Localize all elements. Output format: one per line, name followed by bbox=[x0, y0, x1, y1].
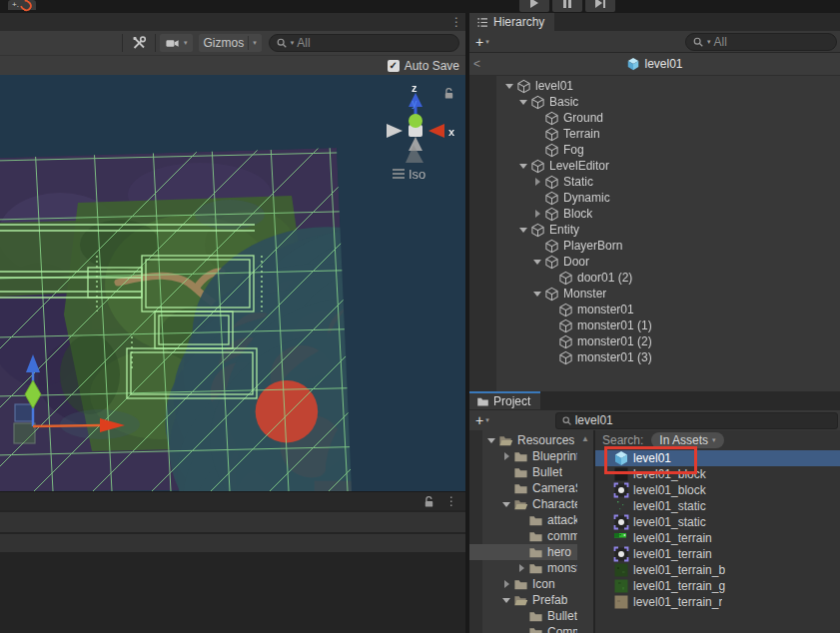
scroll-up-arrow[interactable]: ▲ bbox=[577, 434, 593, 443]
foldout-arrow[interactable] bbox=[547, 270, 558, 286]
bottom-panel-row[interactable] bbox=[0, 512, 465, 532]
tools-icon[interactable] bbox=[131, 35, 147, 51]
hierarchy-item-monster01-2-[interactable]: monster01 (2) bbox=[469, 333, 840, 349]
bottom-panel-row[interactable] bbox=[0, 534, 465, 552]
folder-comm[interactable]: Comm bbox=[469, 624, 577, 633]
folder-hero[interactable]: hero bbox=[469, 544, 577, 560]
foldout-arrow[interactable] bbox=[502, 448, 513, 464]
foldout-arrow[interactable] bbox=[517, 544, 528, 560]
hierarchy-item-door[interactable]: Door bbox=[469, 254, 840, 270]
lock-icon[interactable] bbox=[422, 495, 435, 508]
foldout-arrow[interactable] bbox=[533, 174, 544, 190]
hierarchy-item-dynamic[interactable]: Dynamic bbox=[469, 190, 840, 206]
foldout-arrow[interactable] bbox=[533, 142, 544, 158]
folder-comm[interactable]: comm bbox=[469, 528, 577, 544]
hierarchy-item-monster01-1-[interactable]: monster01 (1) bbox=[469, 317, 840, 333]
hierarchy-item-entity[interactable]: Entity bbox=[469, 222, 840, 238]
foldout-arrow[interactable] bbox=[533, 110, 544, 126]
search-result-level01-terrain-r[interactable]: level01_terrain_r bbox=[595, 594, 840, 610]
project-search-input[interactable]: level01 bbox=[555, 412, 838, 429]
move-gizmo-plane-xy[interactable] bbox=[15, 404, 33, 421]
hierarchy-item-monster01[interactable]: monster01 bbox=[469, 302, 840, 317]
hierarchy-item-leveleditor[interactable]: LevelEditor bbox=[469, 158, 840, 174]
camera-settings-button[interactable]: ▾ bbox=[160, 34, 193, 52]
foldout-arrow[interactable] bbox=[547, 349, 558, 365]
folder-characte[interactable]: Characte bbox=[469, 496, 577, 512]
foldout-arrow[interactable] bbox=[533, 206, 544, 222]
foldout-arrow[interactable] bbox=[519, 94, 530, 110]
hierarchy-item-terrain[interactable]: Terrain bbox=[469, 126, 840, 142]
hierarchy-item-ground[interactable]: Ground bbox=[469, 110, 840, 126]
step-button[interactable] bbox=[585, 0, 615, 12]
foldout-arrow[interactable] bbox=[519, 222, 530, 238]
folder-resources[interactable]: Resources bbox=[469, 432, 577, 448]
foldout-arrow[interactable] bbox=[517, 560, 528, 576]
move-gizmo-x-axis[interactable] bbox=[33, 425, 102, 426]
foldout-arrow[interactable] bbox=[517, 512, 528, 528]
foldout-arrow[interactable] bbox=[487, 432, 498, 448]
search-result-level01-terrain[interactable]: level01_terrain bbox=[595, 530, 840, 546]
hierarchy-create-button[interactable]: + ▾ bbox=[469, 34, 495, 50]
search-result-level01[interactable]: level01 bbox=[595, 450, 840, 466]
hierarchy-item-static[interactable]: Static bbox=[469, 174, 840, 190]
foldout-arrow[interactable] bbox=[517, 528, 528, 544]
hierarchy-item-level01[interactable]: level01 bbox=[469, 78, 840, 94]
scene-tab-menu-icon[interactable]: ⋮ bbox=[450, 15, 462, 29]
gizmos-button[interactable]: Gizmos ▾ bbox=[199, 34, 262, 52]
autosave-checkbox[interactable]: ✓ bbox=[388, 60, 400, 72]
search-result-level01-static[interactable]: level01_static bbox=[595, 514, 840, 530]
foldout-arrow[interactable] bbox=[533, 126, 544, 142]
folder-blueprint[interactable]: Blueprint bbox=[469, 448, 577, 464]
play-button[interactable] bbox=[519, 0, 549, 12]
tab-project[interactable]: Project bbox=[469, 391, 540, 409]
folder-monst[interactable]: monst bbox=[469, 560, 577, 576]
scene-search-input[interactable]: ▾ All bbox=[269, 34, 459, 52]
foldout-arrow[interactable] bbox=[502, 480, 513, 496]
tab-hierarchy[interactable]: Hierarchy bbox=[469, 13, 554, 31]
scene-viewport[interactable]: z y x Iso bbox=[0, 75, 465, 491]
foldout-arrow[interactable] bbox=[502, 464, 513, 480]
foldout-arrow[interactable] bbox=[505, 78, 516, 94]
hierarchy-item-door01-2-[interactable]: door01 (2) bbox=[469, 270, 840, 286]
hierarchy-item-monster[interactable]: Monster bbox=[469, 286, 840, 302]
pause-button[interactable] bbox=[552, 0, 582, 12]
foldout-arrow[interactable] bbox=[533, 190, 544, 206]
foldout-arrow[interactable] bbox=[502, 592, 513, 608]
folder-prefab[interactable]: Prefab bbox=[469, 592, 577, 608]
bottom-panel-menu-icon[interactable]: ⋮ bbox=[445, 494, 457, 508]
foldout-arrow[interactable] bbox=[547, 317, 558, 333]
window-mini-tab[interactable]: +. bbox=[8, 0, 36, 10]
breadcrumb[interactable]: level01 bbox=[469, 57, 840, 71]
project-create-button[interactable]: + ▾ bbox=[469, 412, 495, 428]
foldout-arrow[interactable] bbox=[533, 286, 544, 302]
search-result-level01-terrain-g[interactable]: level01_terrain_g bbox=[595, 578, 840, 594]
foldout-arrow[interactable] bbox=[517, 608, 528, 624]
search-result-level01-terrain[interactable]: level01_terrain bbox=[595, 546, 840, 562]
hierarchy-search-input[interactable]: ▾ All bbox=[685, 33, 837, 51]
foldout-arrow[interactable] bbox=[533, 254, 544, 270]
axis-y-ball[interactable] bbox=[409, 114, 422, 128]
search-result-level01-block[interactable]: level01_block bbox=[595, 482, 840, 498]
foldout-arrow[interactable] bbox=[502, 576, 513, 592]
folder-attack[interactable]: attack bbox=[469, 512, 577, 528]
search-result-level01-block[interactable]: level01_block bbox=[595, 466, 840, 482]
hierarchy-item-block[interactable]: Block bbox=[469, 206, 840, 222]
folder-bullet[interactable]: Bullet bbox=[469, 464, 577, 480]
foldout-arrow[interactable] bbox=[547, 302, 558, 317]
hierarchy-item-fog[interactable]: Fog bbox=[469, 142, 840, 158]
search-scope-dropdown[interactable]: In Assets ▾ bbox=[651, 432, 723, 448]
folder-bullet[interactable]: Bullet bbox=[469, 608, 577, 624]
foldout-arrow[interactable] bbox=[533, 238, 544, 254]
hierarchy-item-monster01-3-[interactable]: monster01 (3) bbox=[469, 349, 840, 365]
foldout-arrow[interactable] bbox=[502, 496, 513, 512]
folder-cameras[interactable]: CameraS bbox=[469, 480, 577, 496]
search-result-level01-static[interactable]: level01_static bbox=[595, 498, 840, 514]
foldout-arrow[interactable] bbox=[517, 624, 528, 633]
foldout-arrow[interactable] bbox=[547, 333, 558, 349]
folder-icon[interactable]: Icon bbox=[469, 576, 577, 592]
folder-tree-scrollbar[interactable]: ▲ bbox=[577, 430, 593, 633]
search-result-level01-terrain-b[interactable]: level01_terrain_b bbox=[595, 562, 840, 578]
foldout-arrow[interactable] bbox=[519, 158, 530, 174]
hierarchy-item-basic[interactable]: Basic bbox=[469, 94, 840, 110]
hierarchy-item-playerborn[interactable]: PlayerBorn bbox=[469, 238, 840, 254]
